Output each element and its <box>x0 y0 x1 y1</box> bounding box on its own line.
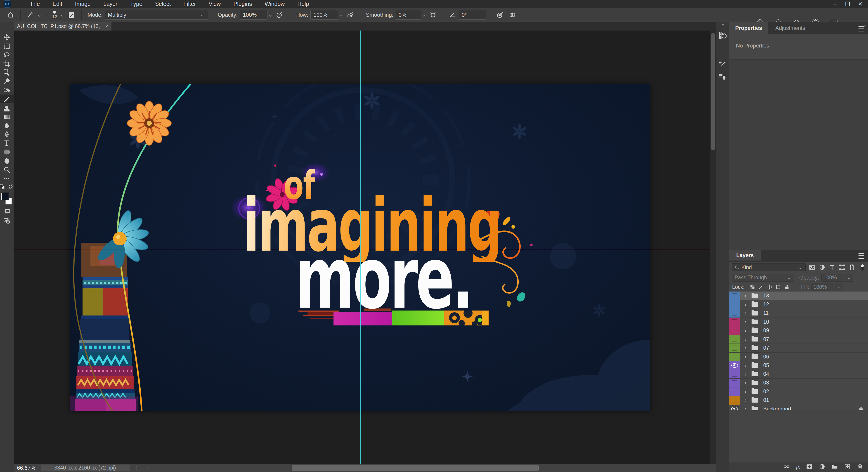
visibility-toggle[interactable] <box>729 344 740 352</box>
brush-angle-input[interactable]: 0° <box>459 10 486 20</box>
visibility-toggle[interactable] <box>729 361 740 370</box>
edit-in-app-icon[interactable] <box>0 216 14 225</box>
expand-group-chevron[interactable] <box>745 388 747 395</box>
expand-panels-icon[interactable] <box>716 22 730 28</box>
brush-tool-preset-icon[interactable] <box>27 11 34 19</box>
visibility-toggle[interactable] <box>729 292 740 300</box>
layer-name[interactable]: 05 <box>763 362 769 368</box>
layer-name[interactable]: 10 <box>763 319 769 325</box>
layer-row[interactable]: 02 <box>729 387 868 396</box>
menu-plugins[interactable]: Plugins <box>227 0 258 8</box>
new-layer-icon[interactable] <box>844 463 851 471</box>
brushes-panel-icon[interactable] <box>716 72 730 81</box>
fill-scrubber[interactable] <box>835 283 843 291</box>
tab-layers[interactable]: Layers <box>729 250 761 261</box>
paint-symmetry-icon[interactable] <box>508 11 516 19</box>
foreground-color-swatch[interactable] <box>1 193 9 200</box>
type-tool[interactable] <box>0 139 14 147</box>
visibility-toggle[interactable] <box>729 326 740 335</box>
brush-size-preview[interactable]: 12 <box>52 10 57 20</box>
document-tab[interactable]: AU_COL_TC_P1.psd @ 66.7% (13, RGB/8#) * <box>14 22 112 31</box>
add-layer-mask-icon[interactable] <box>806 463 813 471</box>
panel-menu-icon[interactable] <box>859 26 864 31</box>
flow-input[interactable]: 100% <box>310 10 338 20</box>
layer-fill-input[interactable]: 100% <box>811 283 834 291</box>
layer-name[interactable]: 06 <box>763 354 769 360</box>
visibility-toggle[interactable] <box>729 396 740 405</box>
layer-name[interactable]: 07 <box>763 345 769 351</box>
new-adjustment-layer-icon[interactable] <box>819 463 826 471</box>
expand-group-chevron[interactable] <box>745 301 747 308</box>
layer-name[interactable]: 03 <box>763 380 769 386</box>
shape-ellipse-tool[interactable] <box>0 147 14 156</box>
pressure-opacity-icon[interactable] <box>276 11 283 19</box>
smoothing-input[interactable]: 0% <box>396 10 421 20</box>
gradient-tool[interactable] <box>0 112 14 121</box>
visibility-toggle[interactable] <box>729 309 740 318</box>
smoothing-options-gear-icon[interactable] <box>429 11 437 19</box>
canvas-area[interactable]: of imagining more. <box>14 31 710 464</box>
visibility-toggle[interactable] <box>729 335 740 344</box>
menu-window[interactable]: Window <box>258 0 291 8</box>
document-info[interactable]: 3840 px x 2160 px (72 ppi) <box>41 465 129 471</box>
document-canvas[interactable]: of imagining more. <box>70 84 650 411</box>
expand-group-chevron[interactable] <box>745 345 747 351</box>
layer-row[interactable]: 05 <box>729 361 868 370</box>
menu-image[interactable]: Image <box>68 0 97 8</box>
visibility-toggle[interactable] <box>729 300 740 309</box>
layer-row[interactable]: 03 <box>729 379 868 387</box>
layer-name[interactable]: 01 <box>763 397 769 403</box>
menu-select[interactable]: Select <box>149 0 177 8</box>
visibility-toggle[interactable] <box>729 353 740 361</box>
clone-stamp-tool[interactable] <box>0 104 14 112</box>
menu-help[interactable]: Help <box>291 0 315 8</box>
opacity-input[interactable]: 100% <box>240 10 268 20</box>
layer-row[interactable]: 01 <box>729 396 868 405</box>
chevron-down-icon[interactable] <box>421 12 427 18</box>
close-tab-icon[interactable] <box>105 23 108 29</box>
menu-edit[interactable]: Edit <box>46 0 68 8</box>
vertical-scroll-thumb[interactable] <box>711 33 715 150</box>
tab-properties[interactable]: Properties <box>729 22 768 34</box>
more-tools-icon[interactable] <box>0 174 14 183</box>
hand-tool[interactable] <box>0 156 14 165</box>
close-button[interactable] <box>854 0 867 8</box>
expand-group-chevron[interactable] <box>745 379 747 386</box>
layer-effects-icon[interactable] <box>796 464 800 470</box>
airbrush-icon[interactable] <box>346 11 354 19</box>
blend-mode-select[interactable]: Multiply <box>105 10 208 20</box>
filter-adjustment-layers-icon[interactable] <box>819 264 826 271</box>
minimize-button[interactable] <box>829 0 841 8</box>
zoom-level-field[interactable]: 66.67% <box>17 465 35 471</box>
status-options-chevron-icon[interactable] <box>135 465 141 471</box>
layer-name[interactable]: 02 <box>763 388 769 395</box>
layer-row[interactable]: 11 <box>729 309 868 318</box>
visibility-to</div>ggle[interactable] <box>729 379 740 387</box>
horizontal-guide[interactable] <box>14 250 710 250</box>
delete-layer-icon[interactable] <box>857 463 864 471</box>
new-group-icon[interactable] <box>831 463 838 471</box>
lock-position-icon[interactable] <box>767 284 773 290</box>
expand-group-chevron[interactable] <box>745 362 747 369</box>
filter-pixel-layers-icon[interactable] <box>809 264 815 271</box>
layer-name[interactable]: 09 <box>763 327 769 333</box>
chevron-down-icon[interactable] <box>338 12 344 18</box>
menu-type[interactable]: Type <box>124 0 149 8</box>
horizontal-scroll-thumb[interactable] <box>292 465 538 471</box>
expand-group-chevron[interactable] <box>745 353 747 360</box>
visibility-toggle[interactable] <box>729 370 740 379</box>
move-tool[interactable] <box>0 33 14 41</box>
opacity-scrubber[interactable] <box>845 274 853 282</box>
screen-mode-icon[interactable] <box>0 207 14 216</box>
expand-group-chevron[interactable] <box>745 319 747 325</box>
layer-row[interactable]: 06 <box>729 353 868 361</box>
menu-file[interactable]: File <box>24 0 46 8</box>
menu-layer[interactable]: Layer <box>97 0 124 8</box>
expand-group-chevron[interactable] <box>745 397 747 404</box>
default-colors-icon[interactable] <box>0 184 5 190</box>
layer-opacity-input[interactable]: 100% <box>822 274 844 282</box>
layer-row[interactable]: 09 <box>729 326 868 335</box>
layer-row[interactable]: 12 <box>729 300 868 309</box>
vertical-guide[interactable] <box>361 31 361 464</box>
home-icon[interactable] <box>7 11 14 19</box>
